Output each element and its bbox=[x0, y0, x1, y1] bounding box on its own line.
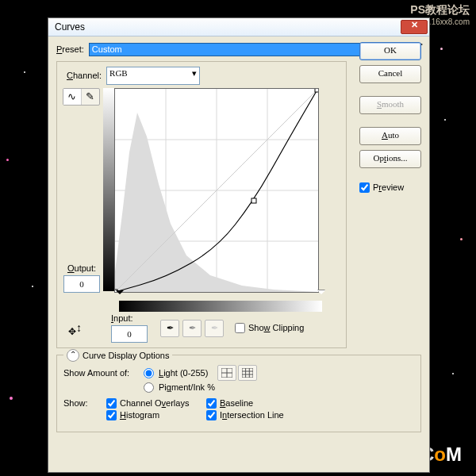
curve-tool-icon[interactable]: ∿ bbox=[63, 89, 82, 105]
preset-dropdown[interactable]: Custom▾ bbox=[89, 43, 404, 56]
curve-handle[interactable] bbox=[251, 198, 256, 203]
curves-dialog: Curves ✕ Preset: Custom▾ Channel: RGB▾ ∿… bbox=[48, 17, 430, 473]
grid-coarse-icon[interactable] bbox=[217, 365, 236, 381]
target-adjust-icon[interactable]: ✥↕ bbox=[68, 321, 83, 336]
output-gradient bbox=[103, 88, 114, 291]
smooth-button[interactable]: Smooth bbox=[359, 96, 421, 114]
button-column: OK Cancel Smooth Auto Options... Preview bbox=[359, 42, 421, 193]
ok-button[interactable]: OK bbox=[359, 42, 421, 60]
histogram-checkbox[interactable]: Histogram bbox=[106, 410, 202, 420]
grid-fine-icon[interactable] bbox=[238, 365, 257, 381]
dialog-title: Curves bbox=[55, 21, 401, 33]
options-button[interactable]: Options... bbox=[359, 150, 421, 168]
input-gradient bbox=[119, 301, 322, 312]
eyedropper-white-icon[interactable]: ✒ bbox=[205, 320, 224, 337]
output-field[interactable] bbox=[63, 275, 100, 293]
curve-panel: Channel: RGB▾ ∿ ✎ Output: bbox=[56, 61, 347, 348]
curve-handle[interactable] bbox=[315, 89, 318, 92]
eyedropper-gray-icon[interactable]: ✒ bbox=[182, 320, 202, 337]
baseline-checkbox[interactable]: Baseline bbox=[206, 398, 253, 409]
channel-label: Channel: bbox=[67, 71, 102, 81]
slider-track bbox=[119, 293, 322, 299]
svg-rect-9 bbox=[242, 368, 253, 378]
eyedropper-black-icon[interactable]: ✒ bbox=[160, 320, 179, 337]
channel-dropdown[interactable]: RGB▾ bbox=[106, 67, 200, 85]
black-point-slider[interactable] bbox=[116, 290, 124, 298]
show-amount-label: Show Amount of: bbox=[63, 368, 139, 378]
curve-tool-group: ∿ ✎ bbox=[63, 88, 100, 106]
show-label: Show: bbox=[63, 398, 102, 409]
auto-button[interactable]: Auto bbox=[359, 127, 421, 145]
watermark-text: PS教程论坛 bbox=[410, 3, 470, 17]
preview-checkbox[interactable]: Preview bbox=[359, 182, 421, 193]
intersection-checkbox[interactable]: Intersection Line bbox=[206, 410, 284, 420]
white-point-slider[interactable] bbox=[317, 290, 325, 298]
show-clipping-checkbox[interactable]: Show Clipping bbox=[235, 323, 304, 333]
input-field[interactable] bbox=[111, 325, 148, 343]
preset-label: Preset: bbox=[56, 44, 84, 55]
channel-overlays-checkbox[interactable]: Channel Overlays bbox=[106, 398, 202, 409]
curve-display-options: ⌃ Curve Display Options Show Amount of: … bbox=[56, 355, 421, 432]
pigment-radio[interactable]: Pigment/Ink % bbox=[144, 382, 215, 393]
output-label: Output: bbox=[67, 263, 96, 274]
curves-graph[interactable] bbox=[114, 88, 319, 293]
curve-display-label: Curve Display Options bbox=[83, 351, 169, 361]
titlebar[interactable]: Curves ✕ bbox=[48, 18, 429, 36]
light-radio[interactable]: Light (0-255) bbox=[144, 368, 208, 378]
close-button[interactable]: ✕ bbox=[401, 20, 428, 34]
input-label: Input: bbox=[111, 313, 148, 324]
collapse-icon[interactable]: ⌃ bbox=[67, 349, 79, 362]
cancel-button[interactable]: Cancel bbox=[359, 65, 421, 83]
pencil-tool-icon[interactable]: ✎ bbox=[82, 89, 99, 105]
